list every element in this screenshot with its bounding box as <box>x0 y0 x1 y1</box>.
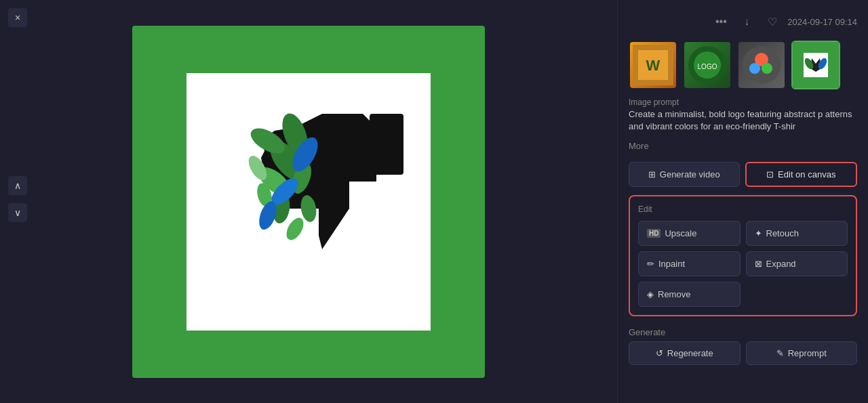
edit-grid: HD Upscale ✦ Retouch ✏ Inpaint ⊠ Expand … <box>638 221 848 307</box>
nav-up-button[interactable]: ∧ <box>8 176 27 195</box>
reprompt-icon: ✎ <box>776 348 784 358</box>
right-panel: ••• ↓ ♡ 2024-09-17 09:14 W <box>617 0 868 403</box>
inpaint-button[interactable]: ✏ Inpaint <box>638 251 741 276</box>
edit-label: Edit <box>638 205 848 214</box>
generate-video-button[interactable]: ⊞ Generate video <box>629 162 740 187</box>
more-options-button[interactable]: ••• <box>710 11 732 33</box>
svg-text:W: W <box>646 57 660 74</box>
svg-point-22 <box>749 63 760 74</box>
expand-button[interactable]: ⊠ Expand <box>746 251 848 276</box>
thumbnails-row: W LOGO <box>629 41 857 89</box>
remove-icon: ◈ <box>647 289 654 299</box>
logo-svg <box>186 73 431 331</box>
action-buttons-row: ⊞ Generate video ⊡ Edit on canvas <box>629 162 857 187</box>
retouch-button[interactable]: ✦ Retouch <box>746 221 848 246</box>
generate-buttons-row: ↺ Regenerate ✎ Reprompt <box>629 341 857 365</box>
svg-rect-0 <box>370 114 403 175</box>
edit-section: Edit HD Upscale ✦ Retouch ✏ Inpaint ⊠ Ex… <box>629 195 857 316</box>
thumbnail-1[interactable]: W <box>629 41 677 89</box>
close-button[interactable]: × <box>8 8 27 27</box>
logo-inner <box>186 73 431 331</box>
more-label: More <box>629 141 857 151</box>
svg-text:LOGO: LOGO <box>698 63 717 70</box>
timestamp: 2024-09-17 09:14 <box>787 17 857 27</box>
svg-point-13 <box>283 215 307 242</box>
prompt-text: Create a minimalist, bold logo featuring… <box>629 108 857 133</box>
nav-down-button[interactable]: ∨ <box>8 203 27 222</box>
regenerate-icon: ↺ <box>656 348 663 358</box>
video-icon: ⊞ <box>648 169 656 179</box>
regenerate-button[interactable]: ↺ Regenerate <box>629 341 741 365</box>
hd-icon: HD <box>647 229 660 238</box>
remove-button[interactable]: ◈ Remove <box>638 282 741 307</box>
svg-point-23 <box>762 63 772 74</box>
download-button[interactable]: ↓ <box>736 11 757 33</box>
generate-section: Generate ↺ Regenerate ✎ Reprompt <box>629 324 857 365</box>
prompt-section: Image prompt Create a minimalist, bold l… <box>629 98 857 133</box>
inpaint-icon: ✏ <box>647 259 654 269</box>
main-image <box>132 26 485 378</box>
generate-label: Generate <box>629 327 857 337</box>
upscale-button[interactable]: HD Upscale <box>638 221 741 246</box>
bookmark-button[interactable]: ♡ <box>762 11 783 33</box>
thumbnail-3[interactable] <box>737 41 786 89</box>
prompt-label: Image prompt <box>629 98 857 107</box>
reprompt-button[interactable]: ✎ Reprompt <box>746 341 858 365</box>
thumbnail-2[interactable]: LOGO <box>683 41 732 89</box>
canvas-area: × ∧ ∨ <box>0 0 617 403</box>
thumbnail-4[interactable] <box>791 41 840 89</box>
retouch-icon: ✦ <box>755 228 762 238</box>
edit-canvas-icon: ⊡ <box>766 169 774 179</box>
edit-on-canvas-button[interactable]: ⊡ Edit on canvas <box>745 162 858 187</box>
expand-icon: ⊠ <box>755 259 762 269</box>
